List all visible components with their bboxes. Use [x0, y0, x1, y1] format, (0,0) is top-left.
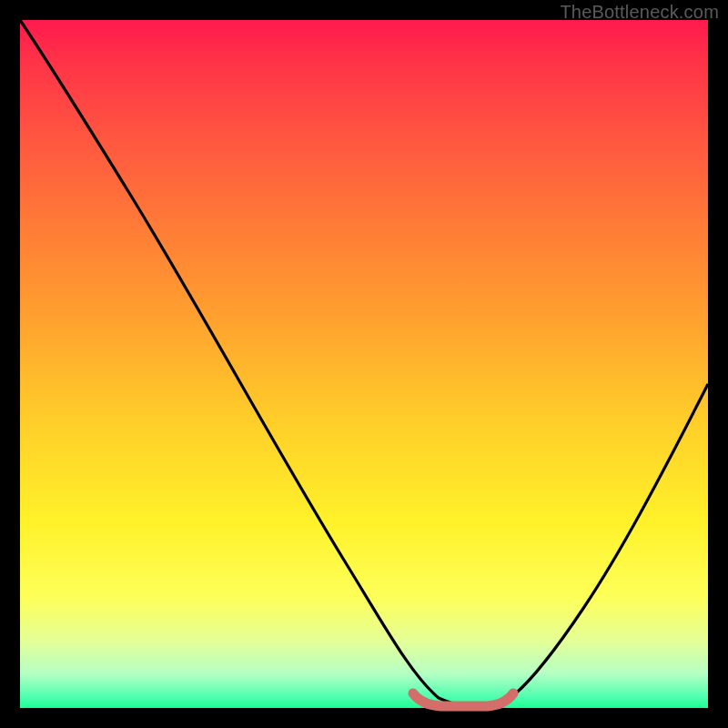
attribution-text: TheBottleneck.com [560, 2, 719, 23]
optimal-band-marker [413, 693, 513, 706]
chart-frame: TheBottleneck.com [0, 0, 728, 728]
bottleneck-curve [20, 20, 708, 707]
curve-layer [20, 20, 708, 708]
plot-area [20, 20, 708, 708]
